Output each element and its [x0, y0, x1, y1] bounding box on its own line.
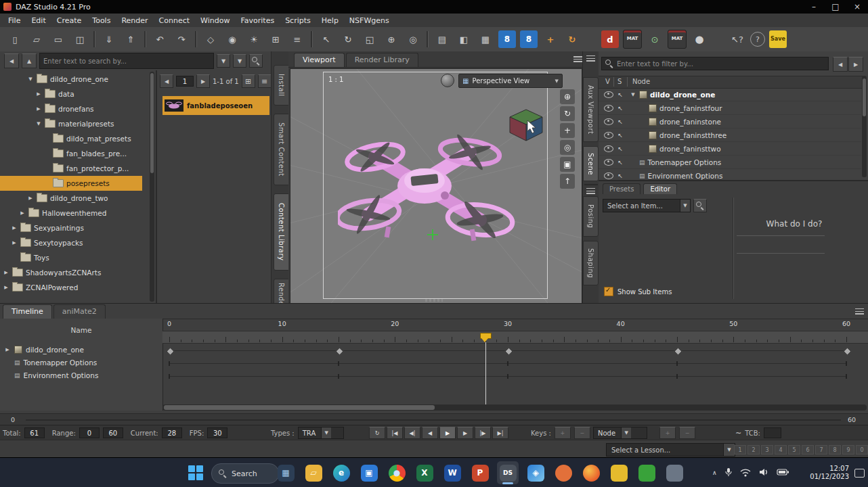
- tree-expand-arrow[interactable]: ▶: [35, 106, 42, 112]
- frame-view-icon[interactable]: ▣: [560, 157, 575, 172]
- types-dropdown[interactable]: TRA: [298, 427, 344, 439]
- selection-pointer-icon[interactable]: ↖: [616, 132, 624, 139]
- menu-item-file[interactable]: File: [3, 15, 26, 26]
- photos-icon[interactable]: ◈: [525, 461, 546, 484]
- translate-tool-icon[interactable]: ⊕: [383, 30, 400, 48]
- add-key-button[interactable]: +: [555, 427, 571, 439]
- item-selector-dropdown[interactable]: Select an Item...: [603, 199, 691, 212]
- timeline-track-tonemapper-options[interactable]: ▤Tonemapper Options: [0, 356, 162, 369]
- asset-next-page-button[interactable]: [196, 74, 210, 88]
- drone-model[interactable]: [338, 133, 521, 254]
- delete-key-button[interactable]: −: [574, 427, 590, 439]
- range-start-field[interactable]: 0: [79, 427, 100, 438]
- interpolation-curve-icon[interactable]: [735, 429, 741, 438]
- pane-tab-render-s[interactable]: Render S: [274, 279, 289, 303]
- library-folder-shadowyartszcnarts[interactable]: ▶ShadowyartsZCNArts: [0, 265, 142, 280]
- scene-filter-input[interactable]: [601, 57, 829, 70]
- menu-item-nsfwgens[interactable]: NSFWgens: [344, 15, 395, 26]
- current-frame-field[interactable]: 28: [162, 427, 182, 438]
- create-light-icon[interactable]: ☀: [245, 30, 263, 48]
- scene-node-drone-faninsttwo[interactable]: ↖drone_faninsttwo: [599, 142, 861, 156]
- library-back-button[interactable]: [4, 53, 19, 68]
- pane-tab-shaping[interactable]: Shaping: [583, 241, 599, 285]
- menu-item-favorites[interactable]: Favorites: [235, 15, 280, 26]
- node-expand-arrow[interactable]: ▼: [630, 92, 636, 97]
- keyframe-tick[interactable]: [507, 361, 508, 366]
- volume-icon[interactable]: [758, 467, 769, 479]
- visibility-eye-icon[interactable]: [604, 118, 613, 125]
- selection-pointer-icon[interactable]: ↖: [616, 91, 624, 98]
- go-to-end-button[interactable]: ▶|: [492, 427, 508, 439]
- track-expand-arrow[interactable]: ▶: [4, 347, 11, 352]
- camera-tool-icon[interactable]: ◎: [404, 30, 422, 48]
- scene-node-dildo-drone-one[interactable]: ↖▼dildo_drone_one: [599, 88, 861, 101]
- wifi-icon[interactable]: [740, 467, 751, 479]
- selection-pointer-icon[interactable]: ↖: [616, 118, 624, 125]
- visibility-eye-icon[interactable]: [604, 91, 613, 98]
- asset-list-view-button[interactable]: [258, 74, 272, 88]
- tab-animate2[interactable]: aniMate2: [53, 304, 106, 319]
- scene-back-button[interactable]: [833, 57, 848, 72]
- iray-preview-icon[interactable]: 8: [498, 30, 516, 48]
- taskbar-clock[interactable]: 12:07 01/12/2023: [804, 465, 849, 481]
- spot-render-icon[interactable]: ◧: [455, 30, 473, 48]
- tab-presets[interactable]: Presets: [603, 183, 641, 194]
- tree-expand-arrow[interactable]: ▶: [3, 270, 9, 275]
- timeline-tickbar[interactable]: [162, 331, 868, 344]
- keyframe-diamond[interactable]: [674, 347, 682, 356]
- start-button[interactable]: [187, 464, 204, 482]
- timeline-track-dildo-drone-one[interactable]: ▶dildo_drone_one: [0, 343, 162, 356]
- show-sub-items-checkbox[interactable]: [604, 287, 613, 296]
- selection-pointer-icon[interactable]: ↖: [616, 172, 624, 179]
- pane-menu-icon[interactable]: [586, 55, 595, 62]
- next-node-key-button[interactable]: −: [679, 427, 695, 439]
- timeline-horizontal-scrollbar[interactable]: [162, 404, 867, 411]
- menu-item-tools[interactable]: Tools: [87, 15, 116, 26]
- prev-node-key-button[interactable]: +: [659, 427, 676, 439]
- keyframe-diamond[interactable]: [335, 347, 344, 356]
- asset-prev-page-button[interactable]: [160, 74, 173, 88]
- select-lesson-dropdown[interactable]: Select a Lesson...: [606, 443, 735, 457]
- app-green-icon[interactable]: [636, 461, 657, 484]
- create-primitive-icon[interactable]: ⊞: [267, 30, 284, 48]
- pane-tab-posing[interactable]: Posing: [583, 196, 599, 237]
- menu-item-scripts[interactable]: Scripts: [280, 15, 316, 26]
- lesson-page-8[interactable]: 8: [829, 445, 841, 455]
- library-folder-posepresets[interactable]: posepresets: [0, 176, 142, 191]
- surface-pin-icon[interactable]: ⊙: [646, 30, 664, 48]
- tree-expand-arrow[interactable]: ▶: [27, 195, 34, 201]
- menu-item-edit[interactable]: Edit: [26, 15, 51, 26]
- keyframe-tick[interactable]: [169, 361, 170, 366]
- render-icon[interactable]: ▦: [477, 30, 494, 48]
- create-camera-icon[interactable]: ◉: [223, 30, 241, 48]
- range-slider[interactable]: [26, 419, 841, 421]
- keyframe-tick[interactable]: [846, 361, 847, 366]
- pan-view-icon[interactable]: +: [560, 123, 575, 138]
- scene-node-drone-faninstfour[interactable]: ↖drone_faninstfour: [599, 101, 861, 115]
- edge-icon[interactable]: e: [330, 461, 352, 484]
- daz-studio-icon[interactable]: DS: [497, 461, 519, 484]
- tab-editor[interactable]: Editor: [643, 183, 677, 194]
- tab-viewport[interactable]: Viewport: [294, 53, 345, 67]
- taskbar-search[interactable]: Search: [211, 463, 279, 484]
- library-filter-dropdown[interactable]: [233, 54, 246, 68]
- lesson-page-2[interactable]: 2: [747, 445, 760, 455]
- menu-item-render[interactable]: Render: [116, 15, 153, 26]
- save-reminder-icon[interactable]: Save: [769, 30, 787, 48]
- notification-icon[interactable]: [854, 469, 865, 478]
- microphone-icon[interactable]: [724, 467, 733, 479]
- library-search-button[interactable]: [249, 54, 263, 68]
- microsoft-store-icon[interactable]: ▣: [358, 461, 380, 484]
- maximize-button[interactable]: □: [825, 0, 846, 14]
- lesson-page-0[interactable]: 0: [856, 445, 868, 455]
- library-up-button[interactable]: [22, 53, 37, 68]
- menu-item-window[interactable]: Window: [195, 15, 235, 26]
- next-key-button[interactable]: |▶: [475, 427, 491, 439]
- new-file-icon[interactable]: ▯: [6, 30, 24, 48]
- asset-fanbladeposeoen[interactable]: fanbladeposeoen: [162, 96, 269, 115]
- library-folder-sexytoypacks[interactable]: ▶Sexytoypacks: [0, 235, 142, 250]
- timeline-track-area[interactable]: 0102030405060: [162, 319, 868, 411]
- open-file-icon[interactable]: ▱: [28, 30, 45, 48]
- play-button[interactable]: ▶: [439, 427, 456, 439]
- menu-item-help[interactable]: Help: [316, 15, 344, 26]
